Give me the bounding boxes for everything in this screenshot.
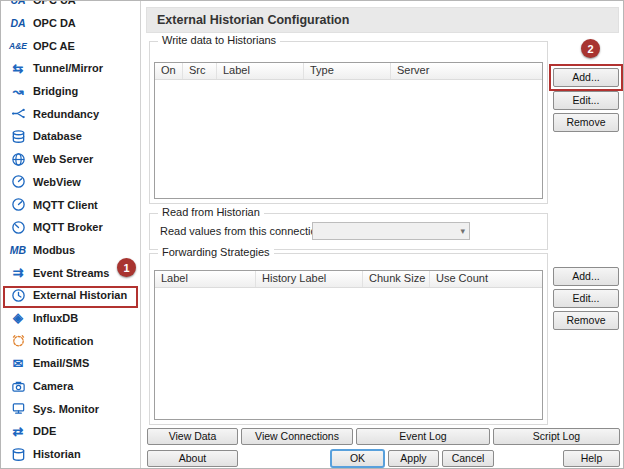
event-streams-icon: ⇉ (6, 265, 30, 281)
modbus-icon: MB (6, 242, 30, 258)
sidebar-item-notification[interactable]: Notification (1, 329, 140, 352)
annotation-step-1-badge: 1 (117, 258, 136, 277)
sidebar-item-label: OPC DA (33, 17, 76, 29)
sidebar-item-bridging[interactable]: ↝ Bridging (1, 80, 140, 103)
annotation-highlight-external-historian (3, 286, 138, 308)
column-header-server: Server (391, 63, 542, 79)
write-historians-table[interactable]: On Src Label Type Server (154, 62, 543, 199)
sidebar-item-sys-monitor[interactable]: Sys. Monitor (1, 397, 140, 420)
column-header-chunk-size: Chunk Size (363, 271, 430, 287)
camera-icon (6, 378, 30, 394)
read-connection-label: Read values from this connection (160, 225, 323, 237)
sidebar-item-label: MQTT Client (33, 199, 98, 211)
cancel-button[interactable]: Cancel (442, 450, 494, 467)
about-button[interactable]: About (147, 450, 238, 467)
sidebar-item-label: Web Server (33, 153, 93, 165)
sidebar-item-label: DDE (33, 425, 56, 437)
annotation-highlight-add-button (549, 64, 623, 91)
write-historians-table-body[interactable] (155, 80, 542, 198)
apply-button[interactable]: Apply (388, 450, 439, 467)
bridging-icon: ↝ (6, 83, 30, 99)
sidebar-item-tunnel-mirror[interactable]: ⇆ Tunnel/Mirror (1, 57, 140, 80)
sidebar-item-opc-ua[interactable]: UA OPC UA (1, 1, 140, 12)
sidebar-item-mqtt-broker[interactable]: MQTT Broker (1, 216, 140, 239)
sidebar-item-label: Tunnel/Mirror (33, 62, 103, 74)
column-header-label: Label (155, 271, 256, 287)
sidebar-item-label: Modbus (33, 244, 75, 256)
forwarding-remove-button[interactable]: Remove (553, 311, 619, 330)
ok-button[interactable]: OK (330, 449, 385, 468)
forwarding-strategies-table[interactable]: Label History Label Chunk Size Use Count (154, 270, 543, 420)
sidebar-item-label: MQTT Broker (33, 221, 103, 233)
monitor-icon (6, 401, 30, 417)
sidebar-item-camera[interactable]: Camera (1, 375, 140, 398)
sidebar-item-label: Email/SMS (33, 357, 89, 369)
read-connection-select[interactable]: ▾ (312, 222, 470, 240)
sidebar-item-label: Camera (33, 380, 73, 392)
sidebar-item-dde[interactable]: ⇄ DDE (1, 420, 140, 443)
sidebar-item-label: Event Streams (33, 267, 109, 279)
sidebar-item-opc-ae[interactable]: A&E OPC AE (1, 34, 140, 57)
column-header-on: On (155, 63, 183, 79)
script-log-button[interactable]: Script Log (493, 428, 620, 445)
forwarding-add-button[interactable]: Add... (553, 267, 619, 286)
sidebar-item-modbus[interactable]: MB Modbus (1, 239, 140, 262)
opc-ae-icon: A&E (6, 38, 30, 54)
sidebar-item-label: Notification (33, 335, 94, 347)
sidebar-item-mqtt-client[interactable]: MQTT Client (1, 193, 140, 216)
event-log-button[interactable]: Event Log (356, 428, 490, 445)
forwarding-strategies-table-body[interactable] (155, 288, 542, 419)
forwarding-strategies-group: Forwarding Strategies Label History Labe… (149, 253, 548, 425)
external-historian-config-window: UA OPC UA DA OPC DA A&E OPC AE ⇆ Tunnel/… (0, 0, 624, 469)
sidebar-item-web-server[interactable]: Web Server (1, 148, 140, 171)
sidebar-item-label: Redundancy (33, 108, 99, 120)
sidebar-item-label: WebView (33, 176, 81, 188)
view-data-button[interactable]: View Data (147, 428, 238, 445)
sidebar-item-label: Historian (33, 448, 81, 460)
sidebar-item-influxdb[interactable]: ◈ InfluxDB (1, 307, 140, 330)
column-header-label: Label (217, 63, 304, 79)
sidebar-item-label: InfluxDB (33, 312, 78, 324)
write-historians-table-header: On Src Label Type Server (155, 63, 542, 80)
sidebar-item-label: Database (33, 130, 82, 142)
gauge-icon (6, 174, 30, 190)
column-header-type: Type (304, 63, 391, 79)
alarm-bell-icon (6, 333, 30, 349)
sidebar-item-database[interactable]: Database (1, 125, 140, 148)
forwarding-edit-button[interactable]: Edit... (553, 289, 619, 308)
annotation-step-2-badge: 2 (581, 39, 600, 58)
gauge-icon (6, 197, 30, 213)
column-header-src: Src (183, 63, 217, 79)
write-historians-group: Write data to Historians On Src Label Ty… (149, 41, 548, 204)
column-header-history-label: History Label (256, 271, 363, 287)
write-edit-button[interactable]: Edit... (553, 91, 619, 110)
sidebar-item-label: OPC AE (33, 40, 75, 52)
sidebar-item-redundancy[interactable]: Redundancy (1, 102, 140, 125)
influxdb-icon: ◈ (6, 310, 30, 326)
sidebar-item-opc-da[interactable]: DA OPC DA (1, 12, 140, 35)
sidebar-item-historian[interactable]: Historian (1, 443, 140, 466)
write-remove-button[interactable]: Remove (553, 113, 619, 132)
page-title-band: External Historian Configuration (146, 7, 619, 33)
sidebar-item-email-sms[interactable]: ✉ Email/SMS (1, 352, 140, 375)
sidebar-item-webview[interactable]: WebView (1, 171, 140, 194)
redundancy-icon (6, 106, 30, 122)
tunnel-mirror-icon: ⇆ (6, 60, 30, 76)
sidebar: UA OPC UA DA OPC DA A&E OPC AE ⇆ Tunnel/… (1, 1, 141, 468)
sidebar-item-label: Sys. Monitor (33, 403, 99, 415)
help-button[interactable]: Help (563, 450, 620, 467)
forwarding-strategies-group-title: Forwarding Strategies (158, 246, 274, 258)
dde-icon: ⇄ (6, 423, 30, 439)
globe-icon (6, 151, 30, 167)
page-title: External Historian Configuration (157, 13, 349, 27)
opc-da-icon: DA (6, 15, 30, 31)
gauge-icon (6, 219, 30, 235)
read-historian-group-title: Read from Historian (158, 206, 264, 218)
forwarding-strategies-table-header: Label History Label Chunk Size Use Count (155, 271, 542, 288)
column-header-use-count: Use Count (430, 271, 542, 287)
read-historian-group: Read from Historian Read values from thi… (149, 213, 548, 250)
chevron-down-icon: ▾ (460, 226, 469, 236)
sidebar-item-label: OPC UA (33, 1, 76, 6)
view-connections-button[interactable]: View Connections (241, 428, 353, 445)
historian-database-icon (6, 446, 30, 462)
